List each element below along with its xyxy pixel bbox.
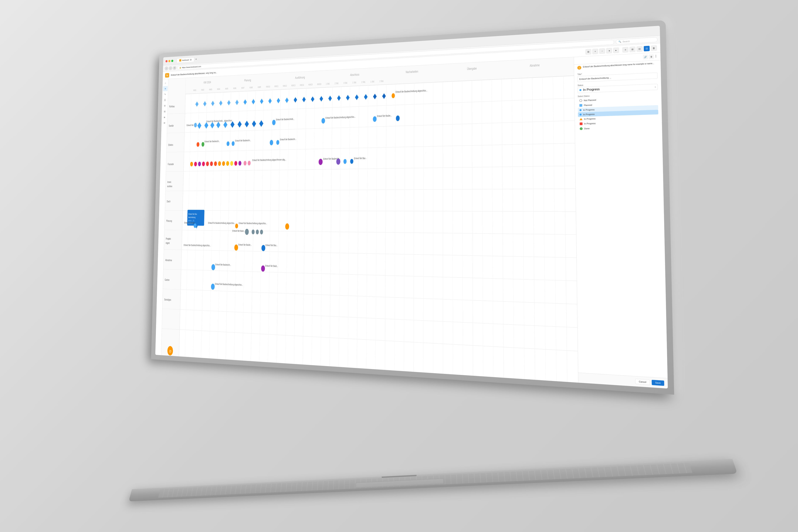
svg-text:2 Std.: 2 Std.	[380, 80, 384, 83]
forward-button[interactable]: ›	[169, 66, 172, 70]
app-wrapper: b Entwurf der Baubeschreibung abschliess…	[155, 43, 668, 388]
not-planned-label: Not Planned	[584, 99, 596, 101]
svg-text:Entwurf für Baubeschreibung ab: Entwurf für Baubeschreibung abgeschlos..…	[208, 222, 235, 224]
in-progress-2-icon	[580, 114, 582, 116]
delete-button[interactable]: 🗑	[651, 45, 657, 51]
svg-text:Abschluss: Abschluss	[350, 73, 359, 77]
svg-text:Innen: Innen	[167, 180, 171, 184]
svg-text:KW 2024: KW 2024	[204, 81, 211, 84]
nav-buttons: ‹ › ↻	[165, 66, 176, 70]
sidebar-item-settings[interactable]: ⚙	[163, 103, 167, 108]
search-icon: 🔍	[619, 40, 621, 43]
sidebar-item-list[interactable]: ☰	[163, 97, 167, 103]
panel-icon-trash[interactable]: 🗑	[649, 54, 654, 59]
in-progress-3-icon	[580, 118, 582, 120]
panel-icon-link[interactable]: 🔗	[643, 55, 648, 59]
svg-text:Planung: Planung	[244, 79, 251, 82]
back-button[interactable]: ‹	[165, 66, 168, 70]
dropdown-chevron: ▾	[655, 86, 656, 88]
in-progress-1-icon	[580, 109, 582, 111]
close-button[interactable]	[166, 60, 168, 62]
panel-more-options[interactable]	[655, 54, 657, 59]
sidebar-item-add[interactable]: ⊕	[162, 120, 167, 126]
svg-text:Projekt-: Projekt-	[166, 237, 171, 240]
status-field-group: Status In Progress ▾	[577, 81, 658, 93]
svg-text:KW12: KW12	[283, 84, 287, 87]
svg-text:1 Std.: 1 Std.	[370, 80, 375, 83]
in-progress-4-label: In Progress	[584, 122, 596, 125]
minimize-button[interactable]	[168, 60, 170, 62]
maximize-button[interactable]	[171, 60, 173, 62]
svg-text:Ausführung: Ausführung	[295, 76, 305, 79]
save-button[interactable]: Save	[652, 380, 664, 386]
svg-text:1 Std.: 1 Std.	[353, 81, 357, 84]
svg-text:Sanitär: Sanitär	[169, 124, 174, 127]
dot2	[656, 56, 656, 56]
dot1	[656, 55, 656, 56]
svg-text:KW4: KW4	[217, 88, 220, 90]
svg-text:Dach: Dach	[167, 200, 170, 203]
zoom-out-button[interactable]: −	[599, 48, 605, 54]
svg-text:JD: JD	[169, 349, 171, 353]
in-progress-1-label: In Progress	[583, 109, 595, 111]
gantt-body: KW 2024 Planung Ausführung Abschluss Nac…	[161, 57, 578, 383]
svg-text:Entwurf der Baub...: Entwurf der Baub...	[265, 264, 278, 267]
laptop-container: beeboard × + ‹ › ↻ 🔒 https://w	[97, 36, 701, 496]
zoom-in-button[interactable]: +	[592, 49, 598, 54]
svg-text:KW6: KW6	[233, 87, 236, 90]
svg-text:Entwurf der Bau...: Entwurf der Bau...	[354, 157, 367, 159]
sidebar-item-gantt[interactable]: ≡	[163, 86, 168, 91]
svg-text:Planung: Planung	[166, 220, 172, 222]
laptop-base	[129, 459, 738, 501]
laptop-screen: beeboard × + ‹ › ↻ 🔒 https://w	[151, 20, 674, 395]
filter-button[interactable]: ⊞	[629, 46, 635, 52]
svg-text:KW13: KW13	[291, 84, 296, 87]
view-toggle-button[interactable]: ≡	[623, 47, 628, 53]
search-placeholder: Search	[623, 40, 630, 42]
browser-search[interactable]: 🔍 Search	[616, 37, 658, 44]
zoom-fit-button[interactable]: ⊞	[586, 49, 591, 54]
tab-close-button[interactable]: ×	[190, 59, 192, 61]
prev-button[interactable]: ◂	[606, 48, 612, 53]
svg-text:Entwurf der Baube...: Entwurf der Baube...	[238, 244, 252, 246]
reload-button[interactable]: ↻	[173, 66, 176, 70]
svg-text:Sonstiges: Sonstiges	[164, 298, 171, 302]
svg-text:Rohbau: Rohbau	[169, 105, 175, 108]
svg-text:KW8: KW8	[249, 86, 253, 89]
svg-text:KW9: KW9	[258, 86, 261, 89]
svg-text:KW7: KW7	[241, 87, 245, 89]
sidebar-item-shape[interactable]: ◈	[162, 115, 167, 120]
edit-panel: 🔗 🗑 1 Entwurf	[574, 52, 668, 388]
sidebar-item-home[interactable]: ⌂	[163, 80, 168, 86]
svg-text:KW5: KW5	[225, 88, 228, 90]
new-tab-button[interactable]: +	[195, 58, 197, 61]
in-progress-3-label: In Progress	[584, 118, 596, 120]
svg-text:KW10: KW10	[266, 85, 270, 88]
next-button[interactable]: ▸	[613, 48, 619, 53]
sidebar-item-edit[interactable]: ✎	[163, 92, 168, 97]
timeline-area: KW 2024 Planung Ausführung Abschluss Nac…	[161, 57, 578, 383]
edit-form: Title* Status In Progress ▾	[574, 67, 668, 378]
svg-text:Entwurf der Baubeschreibung ab: Entwurf der Baubeschreibung abgeschlos..…	[239, 222, 267, 225]
cancel-button[interactable]: Cancel	[635, 379, 650, 385]
svg-text:KW11: KW11	[274, 85, 279, 88]
svg-text:Elektro: Elektro	[168, 143, 173, 146]
svg-line-63	[433, 82, 433, 373]
svg-text:3 Std.: 3 Std.	[343, 81, 347, 84]
group-button[interactable]: ⊟	[636, 46, 643, 52]
svg-text:KW16: KW16	[317, 83, 321, 86]
svg-text:Entwurf der Baubeschr...: Entwurf der Baubeschr...	[205, 140, 220, 143]
browser-tab[interactable]: beeboard ×	[177, 57, 194, 63]
app-main: ⌂ ≡ ✎ ☰ ⚙ ⊞ ◈ ⊕	[155, 52, 668, 388]
gantt-view-button[interactable]: ⊡	[644, 45, 650, 51]
svg-text:KW14: KW14	[300, 84, 304, 87]
svg-text:Entwurf der Baube...: Entwurf der Baube...	[377, 114, 392, 117]
svg-text:mgmt: mgmt	[166, 242, 170, 245]
content-area: KW 2024 Planung Ausführung Abschluss Nac…	[161, 52, 668, 388]
svg-text:KW3: KW3	[209, 88, 212, 91]
lock-icon: 🔒	[179, 67, 181, 69]
sidebar-item-grid[interactable]: ⊞	[162, 109, 167, 114]
status-dot-indicator	[580, 89, 582, 91]
done-label: Done	[584, 127, 589, 130]
svg-text:ausbau: ausbau	[167, 185, 172, 188]
